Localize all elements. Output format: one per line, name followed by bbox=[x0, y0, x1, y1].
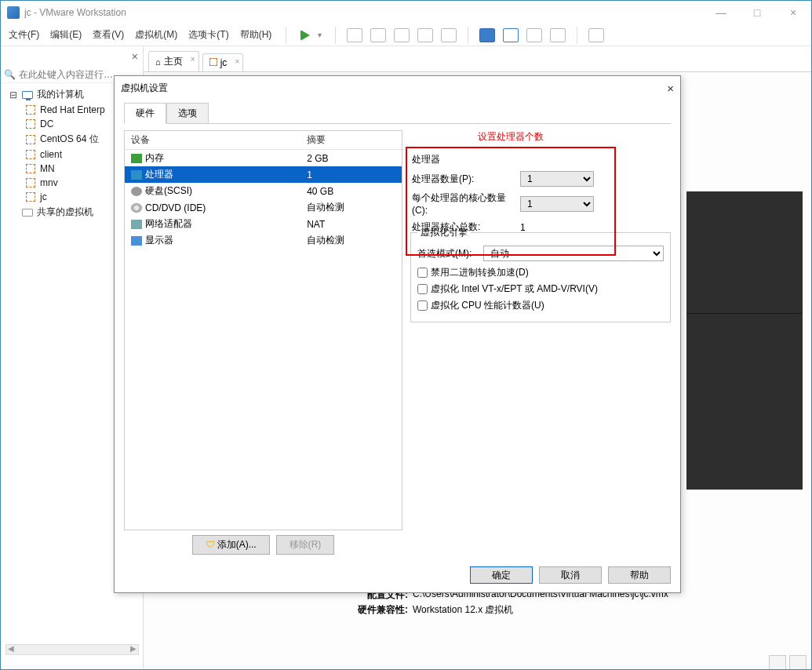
hw-row-memory[interactable]: 内存2 GB bbox=[125, 150, 402, 167]
toolbar: ▾ bbox=[300, 27, 604, 44]
separator bbox=[577, 27, 577, 44]
total-row: 处理器核心总数: 1 bbox=[412, 220, 610, 234]
menu-tabs[interactable]: 选项卡(T) bbox=[188, 28, 228, 42]
checkbox-disable-binary[interactable] bbox=[417, 268, 428, 278]
menu-edit[interactable]: 编辑(E) bbox=[50, 28, 82, 42]
toolbar-icon[interactable] bbox=[441, 28, 457, 42]
vm-icon bbox=[24, 134, 37, 145]
checkbox-vtx[interactable] bbox=[417, 284, 428, 294]
dialog-close-icon[interactable]: × bbox=[667, 82, 674, 95]
menu-view[interactable]: 查看(V) bbox=[93, 28, 124, 42]
chk-disable-binary: 禁用二进制转换加速(D) bbox=[417, 266, 664, 279]
disk-icon bbox=[131, 187, 142, 196]
vm-icon bbox=[24, 177, 37, 188]
play-dropdown-icon[interactable]: ▾ bbox=[318, 30, 324, 41]
vm-icon bbox=[209, 57, 217, 68]
toolbar-icon[interactable] bbox=[417, 28, 433, 42]
annotation: 设置处理器个数 处理器 处理器数量(P): 1 每个处理器的核心数量(C): 1 bbox=[406, 130, 616, 256]
play-icon[interactable] bbox=[300, 30, 310, 41]
computer-icon bbox=[21, 89, 34, 100]
hardware-list[interactable]: 设备 摘要 内存2 GB 处理器1 硬盘(SCSI)40 GB CD/DVD (… bbox=[124, 130, 402, 530]
cores-select[interactable]: 1 bbox=[520, 196, 594, 212]
tree-label: 我的计算机 bbox=[37, 88, 84, 101]
toolbar-icon[interactable] bbox=[550, 28, 566, 42]
col-summary: 摘要 bbox=[300, 131, 402, 150]
processor-legend: 处理器 bbox=[412, 153, 610, 166]
vm-icon bbox=[24, 104, 37, 115]
menu-vm[interactable]: 虚拟机(M) bbox=[135, 28, 177, 42]
tabstrip: ⌂ 主页 × jc × bbox=[144, 46, 811, 71]
memory-icon bbox=[131, 154, 142, 163]
tab-options[interactable]: 选项 bbox=[166, 103, 209, 124]
toolbar-icon[interactable] bbox=[370, 28, 386, 42]
toolbar-icon[interactable] bbox=[394, 28, 410, 42]
tree-label: 共享的虚拟机 bbox=[37, 206, 93, 219]
hardware-panel: 设备 摘要 内存2 GB 处理器1 硬盘(SCSI)40 GB CD/DVD (… bbox=[124, 130, 402, 555]
add-hardware-button[interactable]: 🛡添加(A)... bbox=[192, 535, 270, 555]
tab-jc[interactable]: jc × bbox=[202, 53, 244, 71]
tab-close-icon[interactable]: × bbox=[191, 55, 195, 64]
hardware-detail: 设置处理器个数 处理器 处理器数量(P): 1 每个处理器的核心数量(C): 1 bbox=[410, 130, 671, 555]
chk-label: 虚拟化 Intel VT-x/EPT 或 AMD-V/RVI(V) bbox=[431, 282, 598, 296]
fullscreen-icon[interactable] bbox=[479, 28, 495, 42]
vm-preview bbox=[686, 191, 803, 490]
chk-label: 虚拟化 CPU 性能计数器(U) bbox=[431, 299, 544, 312]
proc-count-select[interactable]: 1 bbox=[520, 171, 594, 187]
status-icon[interactable] bbox=[769, 655, 786, 669]
menu-file[interactable]: 文件(F) bbox=[9, 28, 39, 42]
hw-row-network[interactable]: 网络适配器NAT bbox=[125, 216, 402, 232]
sidebar-close-icon[interactable]: × bbox=[132, 50, 138, 63]
expand-icon[interactable]: ⊟ bbox=[9, 89, 18, 100]
chk-vtx: 虚拟化 Intel VT-x/EPT 或 AMD-V/RVI(V) bbox=[417, 282, 664, 296]
processor-group: 处理器 处理器数量(P): 1 每个处理器的核心数量(C): 1 处理器核心总数… bbox=[412, 153, 610, 239]
hw-summary: 自动检测 bbox=[300, 199, 402, 216]
hw-row-cddvd[interactable]: CD/DVD (IDE)自动检测 bbox=[125, 199, 402, 216]
vm-icon bbox=[24, 191, 37, 202]
home-icon: ⌂ bbox=[155, 57, 161, 67]
total-label: 处理器核心总数: bbox=[412, 220, 515, 234]
cancel-button[interactable]: 取消 bbox=[539, 566, 602, 584]
status-icon[interactable] bbox=[789, 655, 807, 669]
unity-icon[interactable] bbox=[503, 28, 519, 42]
vm-settings-dialog: 虚拟机设置 × 硬件 选项 设备 摘要 bbox=[114, 75, 681, 593]
hw-name: 显示器 bbox=[145, 235, 173, 246]
annotation-box: 处理器 处理器数量(P): 1 每个处理器的核心数量(C): 1 处理器核心总数… bbox=[406, 147, 616, 256]
tab-hardware[interactable]: 硬件 bbox=[124, 103, 166, 124]
separator bbox=[335, 27, 336, 44]
hw-row-processor[interactable]: 处理器1 bbox=[125, 166, 402, 183]
toolbar-icon[interactable] bbox=[526, 28, 542, 42]
annotation-text: 设置处理器个数 bbox=[406, 130, 616, 144]
maximize-button[interactable]: □ bbox=[745, 6, 769, 19]
hw-row-disk[interactable]: 硬盘(SCSI)40 GB bbox=[125, 183, 402, 199]
tab-label: 主页 bbox=[164, 55, 183, 68]
menu-help[interactable]: 帮助(H) bbox=[240, 28, 272, 42]
tree-label: jc bbox=[40, 191, 47, 202]
close-button[interactable]: × bbox=[781, 6, 805, 19]
hw-name: 硬盘(SCSI) bbox=[145, 185, 192, 196]
titlebar: jc - VMware Workstation — □ × bbox=[1, 1, 811, 24]
tab-label: jc bbox=[220, 57, 228, 68]
toolbar-icon[interactable] bbox=[588, 28, 604, 42]
hw-summary: 2 GB bbox=[300, 150, 402, 167]
cores-row: 每个处理器的核心数量(C): 1 bbox=[412, 191, 610, 216]
app-icon bbox=[7, 6, 20, 19]
ok-button[interactable]: 确定 bbox=[470, 566, 533, 584]
help-button[interactable]: 帮助 bbox=[608, 566, 671, 584]
toolbar-icon[interactable] bbox=[347, 28, 362, 42]
vm-icon bbox=[24, 118, 37, 129]
tab-home[interactable]: ⌂ 主页 × bbox=[148, 51, 199, 71]
hw-summary: 1 bbox=[300, 166, 402, 183]
tree-label: CentOS 64 位 bbox=[40, 133, 99, 146]
hw-summary: 自动检测 bbox=[300, 232, 402, 249]
hw-name: CD/DVD (IDE) bbox=[145, 202, 206, 213]
search-icon: 🔍 bbox=[4, 69, 16, 80]
hw-row-display[interactable]: 显示器自动检测 bbox=[125, 232, 402, 249]
remove-hardware-button[interactable]: 移除(R) bbox=[276, 535, 335, 555]
tab-close-icon[interactable]: × bbox=[235, 57, 239, 66]
horizontal-scrollbar[interactable] bbox=[5, 644, 139, 655]
checkbox-perf-counters[interactable] bbox=[417, 300, 428, 311]
hw-name: 网络适配器 bbox=[145, 218, 192, 229]
minimize-button[interactable]: — bbox=[709, 6, 733, 19]
col-device: 设备 bbox=[125, 131, 300, 150]
dialog-split: 设备 摘要 内存2 GB 处理器1 硬盘(SCSI)40 GB CD/DVD (… bbox=[124, 124, 671, 555]
